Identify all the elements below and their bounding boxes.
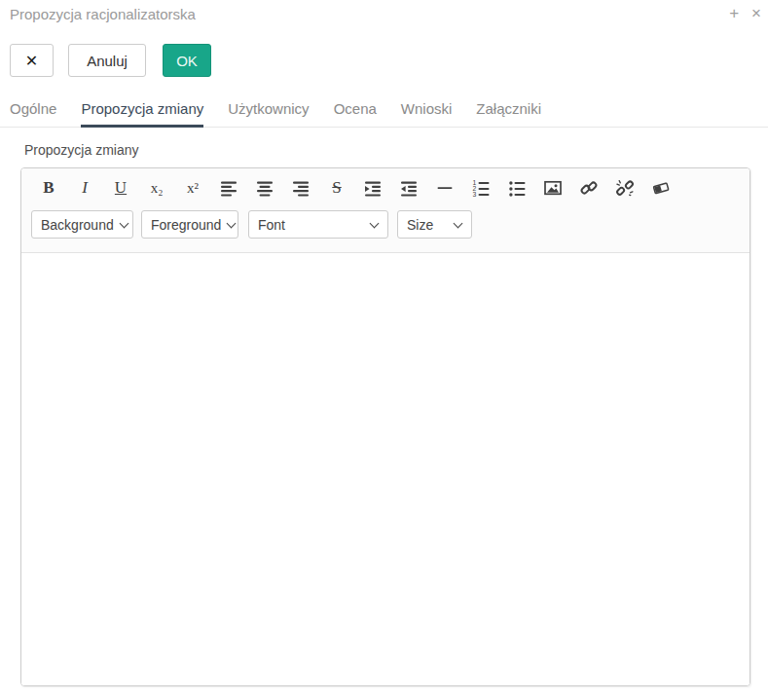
unordered-list-button[interactable] (504, 176, 530, 200)
align-center-icon (256, 179, 274, 197)
strikethrough-icon: S (332, 178, 341, 198)
underline-icon: U (115, 178, 127, 198)
unordered-list-icon (508, 179, 526, 197)
superscript-button[interactable]: x² (180, 176, 205, 200)
close-icon[interactable]: × (751, 4, 761, 23)
horizontal-rule-icon (436, 179, 454, 197)
bold-icon: B (43, 178, 54, 198)
link-button[interactable] (576, 176, 602, 200)
chevron-down-icon (454, 220, 462, 229)
bold-button[interactable]: B (36, 176, 61, 200)
indent-icon (364, 179, 382, 197)
background-color-dropdown[interactable]: Background (31, 210, 133, 239)
foreground-dropdown-label: Foreground (151, 217, 221, 233)
tab-bar: Ogólne Propozycja zmiany Użytkownicy Oce… (0, 95, 768, 128)
ordered-list-button[interactable]: 123 (468, 176, 494, 200)
size-dropdown-label: Size (407, 217, 433, 233)
align-left-button[interactable] (216, 176, 241, 200)
chevron-down-icon (120, 220, 128, 229)
editor-toolbar: B I U x₂ x² S (21, 168, 750, 253)
outdent-button[interactable] (396, 176, 421, 200)
eraser-button[interactable] (648, 176, 674, 200)
strikethrough-button[interactable]: S (324, 176, 349, 200)
editor-field-label: Propozycja zmiany (24, 142, 139, 158)
page-title: Propozycja racjonalizatorska (10, 6, 196, 22)
subscript-button[interactable]: x₂ (144, 176, 169, 200)
tab-ogolne[interactable]: Ogólne (10, 95, 56, 127)
titlebar: Propozycja racjonalizatorska + × (0, 0, 768, 31)
window-controls: + × (729, 4, 761, 23)
font-size-dropdown[interactable]: Size (397, 210, 472, 239)
editor-content[interactable] (21, 253, 750, 685)
image-icon (544, 179, 562, 197)
align-left-icon (220, 179, 238, 197)
tab-wnioski[interactable]: Wnioski (401, 95, 453, 127)
italic-button[interactable]: I (72, 176, 97, 200)
chevron-down-icon (227, 220, 236, 229)
chevron-down-icon (370, 220, 379, 229)
font-dropdown-label: Font (258, 217, 285, 233)
image-button[interactable] (540, 176, 566, 200)
cancel-button[interactable]: Anuluj (68, 44, 146, 77)
ok-button[interactable]: OK (163, 44, 211, 77)
align-center-button[interactable] (252, 176, 277, 200)
toolbar-format-row: B I U x₂ x² S (36, 176, 738, 200)
font-family-dropdown[interactable]: Font (248, 210, 388, 239)
tab-ocena[interactable]: Ocena (334, 95, 377, 127)
svg-text:3: 3 (473, 191, 477, 197)
unlink-button[interactable] (612, 176, 638, 200)
italic-icon: I (82, 178, 88, 198)
align-right-button[interactable] (288, 176, 313, 200)
horizontal-rule-button[interactable] (432, 176, 457, 200)
tab-propozycja-zmiany[interactable]: Propozycja zmiany (81, 95, 203, 127)
background-dropdown-label: Background (41, 217, 114, 233)
close-button[interactable]: ✕ (10, 44, 54, 77)
tab-zalaczniki[interactable]: Załączniki (476, 95, 541, 127)
action-bar: ✕ Anuluj OK (10, 44, 211, 77)
indent-button[interactable] (360, 176, 385, 200)
underline-button[interactable]: U (108, 176, 133, 200)
superscript-icon: x² (187, 180, 199, 197)
link-icon (580, 179, 598, 197)
align-right-icon (292, 179, 310, 197)
tab-uzytkownicy[interactable]: Użytkownicy (228, 95, 309, 127)
outdent-icon (400, 179, 418, 197)
subscript-icon: x₂ (151, 180, 164, 197)
ordered-list-icon: 123 (472, 179, 490, 197)
toolbar-dropdown-row: Background Foreground Font Size (31, 210, 738, 239)
plus-icon[interactable]: + (729, 4, 739, 23)
rich-text-editor: B I U x₂ x² S (20, 167, 750, 686)
unlink-icon (616, 179, 634, 197)
eraser-icon (652, 179, 670, 197)
foreground-color-dropdown[interactable]: Foreground (141, 210, 238, 239)
